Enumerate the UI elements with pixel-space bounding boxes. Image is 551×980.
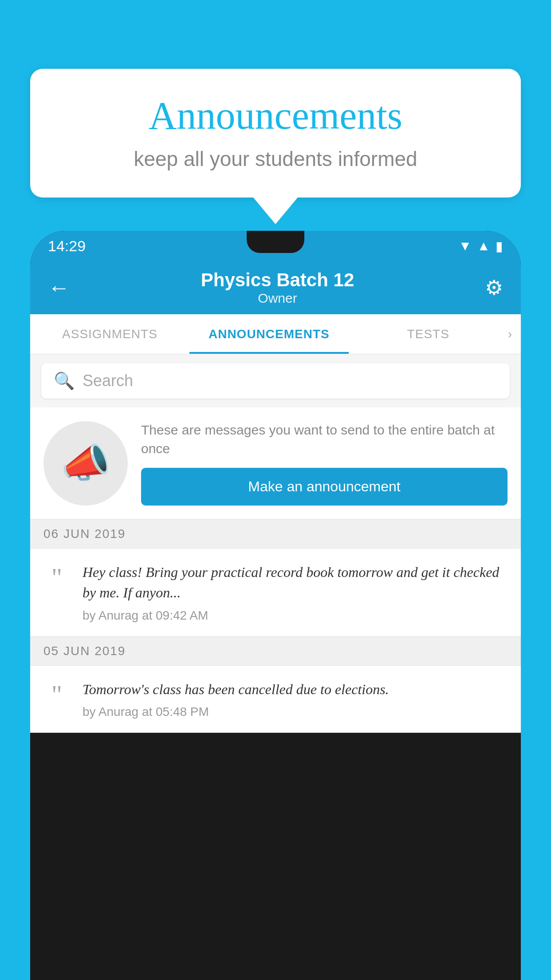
tab-bar: ASSIGNMENTS ANNOUNCEMENTS TESTS › — [30, 314, 521, 354]
speech-bubble-subtitle: keep all your students informed — [57, 147, 494, 171]
announcement-meta-2: by Anurag at 05:48 PM — [83, 705, 508, 719]
date-separator-1: 06 JUN 2019 — [30, 519, 521, 549]
megaphone-icon: 📣 — [61, 440, 110, 486]
status-time: 14:29 — [48, 237, 86, 255]
app-bar-title: Physics Batch 12 — [75, 269, 480, 291]
quote-icon-2: " — [43, 679, 70, 708]
announcement-description: These are messages you want to send to t… — [141, 421, 508, 458]
tab-announcements[interactable]: ANNOUNCEMENTS — [189, 314, 349, 354]
app-bar-subtitle: Owner — [75, 291, 480, 306]
settings-icon[interactable]: ⚙ — [480, 271, 508, 304]
search-icon: 🔍 — [54, 371, 75, 391]
announcement-content-2: Tomorrow's class has been cancelled due … — [83, 679, 508, 719]
announcement-prompt: 📣 These are messages you want to send to… — [30, 407, 521, 519]
tab-assignments[interactable]: ASSIGNMENTS — [30, 314, 189, 354]
announcement-meta-1: by Anurag at 09:42 AM — [83, 609, 508, 623]
status-icons: ▼ ▲ ▮ — [459, 238, 503, 254]
wifi-icon: ▼ — [459, 238, 472, 253]
announcement-text-2: Tomorrow's class has been cancelled due … — [83, 679, 508, 699]
search-bar[interactable]: 🔍 Search — [41, 363, 510, 399]
announcement-item-2[interactable]: " Tomorrow's class has been cancelled du… — [30, 666, 521, 733]
announcement-right: These are messages you want to send to t… — [141, 421, 508, 506]
search-container: 🔍 Search — [30, 354, 521, 407]
date-separator-2: 05 JUN 2019 — [30, 636, 521, 666]
speech-bubble: Announcements keep all your students inf… — [30, 69, 521, 198]
battery-icon: ▮ — [496, 238, 503, 254]
announcement-content-1: Hey class! Bring your practical record b… — [83, 562, 508, 623]
announcement-item-1[interactable]: " Hey class! Bring your practical record… — [30, 549, 521, 636]
make-announcement-button[interactable]: Make an announcement — [141, 468, 508, 506]
signal-icon: ▲ — [477, 238, 490, 253]
notch — [247, 231, 304, 253]
speech-bubble-arrow — [253, 198, 298, 224]
back-button[interactable]: ← — [43, 270, 75, 305]
announcement-text-1: Hey class! Bring your practical record b… — [83, 562, 508, 603]
app-bar: ← Physics Batch 12 Owner ⚙ — [30, 261, 521, 314]
app-bar-title-container: Physics Batch 12 Owner — [75, 269, 480, 306]
megaphone-circle: 📣 — [43, 421, 128, 506]
status-bar: 14:29 ▼ ▲ ▮ — [30, 231, 521, 261]
phone-frame: 14:29 ▼ ▲ ▮ ← Physics Batch 12 Owner ⚙ A… — [30, 231, 521, 980]
search-placeholder: Search — [83, 371, 133, 390]
speech-bubble-title: Announcements — [57, 93, 494, 138]
speech-bubble-container: Announcements keep all your students inf… — [30, 69, 521, 224]
quote-icon-1: " — [43, 562, 70, 591]
tab-tests[interactable]: TESTS — [349, 314, 508, 354]
tab-more[interactable]: › — [508, 314, 521, 354]
